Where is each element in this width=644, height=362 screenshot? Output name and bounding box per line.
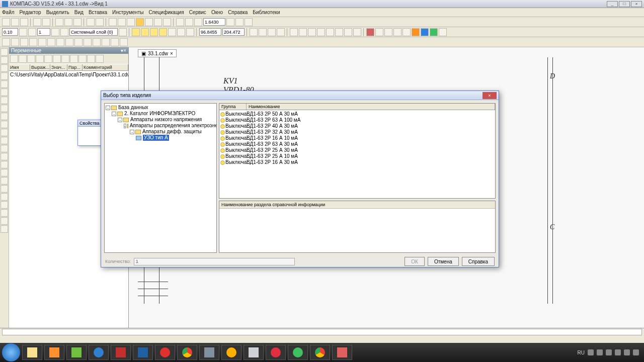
qty-input[interactable] (134, 258, 295, 265)
cut-icon[interactable] (55, 18, 63, 26)
menu-spec[interactable]: Спецификация (148, 10, 184, 15)
lt-arc-icon[interactable] (1, 64, 8, 72)
dialog-titlebar[interactable]: Выбор типа изделия × (101, 91, 499, 100)
tree-node-diff[interactable]: -Аппараты дифф. защиты (106, 129, 215, 135)
refresh-icon[interactable] (245, 18, 253, 26)
open-icon[interactable] (11, 18, 19, 26)
tray-icon-2[interactable] (597, 349, 603, 355)
lt-e-icon[interactable] (1, 161, 8, 168)
linewidth-input[interactable] (2, 28, 18, 36)
lt-poly-icon[interactable] (1, 88, 8, 96)
list-row[interactable]: Выключа...ВД1-63 2Р 16 А 10 мА (220, 135, 494, 141)
minimize-button[interactable]: _ (607, 1, 618, 7)
tree-pane[interactable]: -База данных -2. Каталог ИНФОРМЭЛЕКТРО -… (104, 103, 217, 253)
menu-edit[interactable]: Редактор (20, 10, 41, 15)
layer-icon[interactable] (28, 28, 36, 36)
vp-h-icon[interactable] (70, 55, 78, 63)
task-opera[interactable] (266, 345, 286, 360)
dim-b-icon[interactable] (259, 28, 267, 36)
list-row[interactable]: Выключа...ВД1-63 2Р 50 А 30 мА (220, 111, 494, 117)
tray-lang[interactable]: RU (578, 350, 585, 355)
t3-d-icon[interactable] (29, 38, 37, 46)
t3-h-icon[interactable] (65, 38, 73, 46)
maximize-button[interactable]: □ (619, 1, 630, 7)
task-sw[interactable] (111, 345, 131, 360)
vp-f-icon[interactable] (53, 55, 61, 63)
lt-spline-icon[interactable] (1, 97, 8, 104)
lib-e-icon[interactable] (326, 28, 334, 36)
lt-l-icon[interactable] (1, 217, 8, 225)
dim-a-icon[interactable] (250, 28, 258, 36)
menu-insert[interactable]: Вставка (89, 10, 107, 15)
ortho-icon[interactable] (168, 28, 176, 36)
undo-icon[interactable] (87, 18, 95, 26)
lt-i-icon[interactable] (1, 193, 8, 201)
menu-help[interactable]: Справка (228, 10, 248, 15)
t3-f-icon[interactable] (47, 38, 55, 46)
list-row[interactable]: Выключа...ВД1-63 2Р 16 А 30 мА (220, 159, 494, 165)
num-input[interactable] (37, 28, 50, 36)
elec-i-icon[interactable] (439, 28, 447, 36)
tree-node-lowvolt[interactable]: -Аппараты низкого напряжения (106, 117, 215, 123)
lt-f-icon[interactable] (1, 169, 8, 176)
lib-b-icon[interactable] (299, 28, 307, 36)
vp-col-name[interactable]: Имя (9, 64, 30, 70)
task-app6[interactable] (221, 345, 242, 360)
elec-a-icon[interactable] (366, 28, 374, 36)
t3-g-icon[interactable] (56, 38, 64, 46)
ok-button[interactable]: ОК (405, 257, 425, 266)
menu-file[interactable]: Файл (2, 10, 15, 15)
print-icon[interactable] (33, 18, 41, 26)
tray-icon-1[interactable] (588, 349, 594, 355)
tray-icon-5[interactable] (624, 349, 630, 355)
zoom-in-icon[interactable] (185, 18, 193, 26)
task-app4[interactable] (155, 345, 175, 360)
lib-c-icon[interactable] (308, 28, 316, 36)
t3-l-icon[interactable] (102, 38, 110, 46)
tool-b-icon[interactable] (118, 18, 126, 26)
list-row[interactable]: Выключа...ВД1-63 2Р 63 А 30 мА (220, 141, 494, 147)
layer-dd-icon[interactable] (119, 28, 127, 36)
t3-i-icon[interactable] (74, 38, 83, 46)
vp-j-icon[interactable] (87, 55, 95, 63)
lt-k-icon[interactable] (1, 209, 8, 217)
menu-tools[interactable]: Инструменты (112, 10, 143, 15)
num-dd-icon[interactable] (51, 28, 59, 36)
close-button[interactable]: × (631, 1, 642, 7)
lt-dim-icon[interactable] (1, 113, 8, 120)
snap-c-icon[interactable] (150, 28, 158, 36)
elec-f-icon[interactable] (412, 28, 420, 36)
preview-icon[interactable] (42, 18, 50, 26)
list-row[interactable]: Выключа...ВД1-63 2Р 25 А 30 мА (220, 147, 494, 153)
tree-node-selected[interactable]: УЗО тип А (106, 135, 215, 141)
lt-select-icon[interactable] (1, 48, 8, 56)
lt-line-icon[interactable] (1, 56, 8, 64)
tool-a-icon[interactable] (109, 18, 117, 26)
task-app8[interactable] (332, 345, 352, 360)
cancel-button[interactable]: Отмена (428, 257, 459, 266)
task-chrome[interactable] (177, 345, 197, 360)
lt-a-icon[interactable] (1, 129, 8, 136)
tool-f-icon[interactable] (154, 18, 162, 26)
t3-c-icon[interactable] (20, 38, 28, 46)
list-row[interactable]: Выключа...ВД1-63 2Р 63 А 100 мА (220, 117, 494, 123)
tool-d-icon[interactable] (136, 18, 144, 26)
list-row[interactable]: Выключа...ВД1-63 2Р 25 А 10 мА (220, 153, 494, 159)
command-input[interactable] (2, 329, 642, 335)
vp-d-icon[interactable] (36, 55, 44, 63)
list-pane[interactable]: Группа Наименование Выключа...ВД1-63 2Р … (219, 103, 496, 199)
lib-a-icon[interactable] (290, 28, 298, 36)
task-app7[interactable] (288, 345, 308, 360)
tray-icon-4[interactable] (615, 349, 621, 355)
lt-h-icon[interactable] (1, 185, 8, 193)
elec-c-icon[interactable] (384, 28, 392, 36)
task-calc[interactable] (244, 345, 264, 360)
list-row[interactable]: Выключа...ВД1-63 2Р 32 А 30 мА (220, 129, 494, 135)
vp-e-icon[interactable] (44, 55, 52, 63)
lt-d-icon[interactable] (1, 153, 8, 160)
tree-node-distrib[interactable]: -Аппараты распределения электроэнергии (106, 123, 215, 129)
coordx-input[interactable] (199, 28, 221, 36)
vp-col-comm[interactable]: Комментарий (83, 64, 128, 70)
t3-j-icon[interactable] (84, 38, 92, 46)
t3-n-icon[interactable] (120, 38, 128, 46)
